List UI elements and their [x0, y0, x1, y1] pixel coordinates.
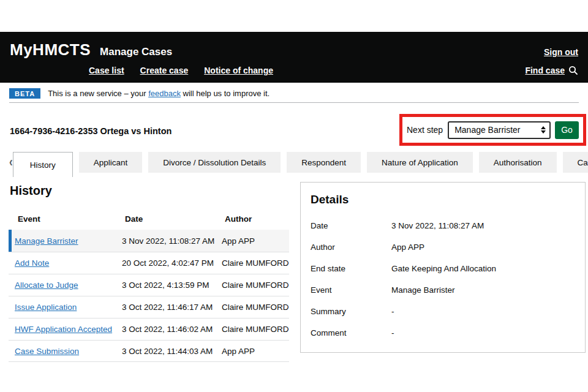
event-link[interactable]: HWF Application Accepted [15, 325, 112, 334]
tab-divorce-dissolution-details[interactable]: Divorce / Dissolution Details [148, 152, 281, 173]
details-row-summary: Summary - [311, 301, 575, 322]
next-step-selected-value: Manage Barrister [454, 125, 538, 135]
go-button[interactable]: Go [555, 121, 579, 139]
event-date: 3 Oct 2022, 11:44:03 AM [122, 347, 222, 356]
details-row-date: Date 3 Nov 2022, 11:08:27 AM [311, 215, 575, 236]
tab-case-documents[interactable]: Case documents [563, 152, 588, 173]
details-label: Comment [311, 328, 391, 337]
details-label: Event [311, 285, 391, 295]
event-date: 20 Oct 2022, 4:02:47 PM [122, 258, 222, 268]
column-header-event: Event [15, 214, 125, 224]
header-row-top: MyHMCTS Manage Cases Sign out [0, 32, 588, 59]
case-title: 1664-7936-4216-2353 Ortega vs Hinton [10, 126, 172, 136]
table-row[interactable]: HWF Application Accepted 3 Oct 2022, 11:… [9, 318, 289, 340]
event-link[interactable]: Add Note [15, 258, 49, 268]
column-header-date: Date [125, 214, 225, 224]
page: MyHMCTS Manage Cases Sign out Case list … [0, 0, 588, 392]
sign-out-link[interactable]: Sign out [544, 47, 578, 57]
beta-text: This is a new service – your feedback wi… [48, 89, 270, 98]
nav-case-list[interactable]: Case list [89, 66, 124, 75]
service-name: Manage Cases [100, 46, 172, 58]
next-step-label: Next step [407, 125, 443, 135]
tab-bar: ‹ History Applicant Divorce / Dissolutio… [9, 152, 588, 177]
event-author: App APP [222, 236, 289, 246]
table-row[interactable]: Manage Barrister 3 Nov 2022, 11:08:27 AM… [9, 230, 289, 252]
event-author: Claire MUMFORD [222, 281, 289, 290]
event-date: 3 Nov 2022, 11:08:27 AM [122, 236, 222, 246]
details-row-author: Author App APP [311, 236, 575, 258]
details-value: - [391, 307, 575, 316]
details-value: App APP [391, 243, 575, 252]
details-value: - [391, 328, 575, 337]
table-row[interactable]: Add Note 20 Oct 2022, 4:02:47 PM Claire … [9, 252, 289, 274]
feedback-link[interactable]: feedback [148, 89, 181, 98]
next-step-select[interactable]: Manage Barrister [448, 121, 551, 139]
find-case-link[interactable]: Find case [525, 66, 565, 75]
event-date: 3 Oct 2022, 11:46:17 AM [122, 303, 222, 312]
tab-authorisation[interactable]: Authorisation [479, 152, 557, 173]
history-table: Event Date Author Manage Barrister 3 Nov… [9, 211, 289, 362]
tab-history[interactable]: History [13, 152, 73, 177]
next-step-highlight-box: Next step Manage Barrister Go [399, 114, 586, 146]
event-date: 3 Oct 2022, 4:13:59 PM [122, 281, 222, 290]
history-table-header: Event Date Author [9, 211, 289, 230]
service-header: MyHMCTS Manage Cases Sign out Case list … [0, 32, 588, 83]
tab-applicant[interactable]: Applicant [79, 152, 143, 173]
event-author: App APP [222, 347, 289, 356]
details-row-end-state: End state Gate Keeping And Allocation [311, 258, 575, 279]
details-label: Date [311, 221, 391, 230]
select-spinner-icon [541, 126, 546, 134]
event-date: 3 Oct 2022, 11:46:02 AM [122, 325, 222, 334]
search-icon[interactable] [568, 65, 578, 76]
product-name: MyHMCTS [10, 40, 91, 59]
event-author: Claire MUMFORD [222, 258, 289, 268]
event-link[interactable]: Case Submission [15, 347, 79, 356]
details-panel: Details Date 3 Nov 2022, 11:08:27 AM Aut… [300, 182, 586, 353]
event-link[interactable]: Allocate to Judge [15, 281, 78, 290]
event-link[interactable]: Manage Barrister [15, 236, 78, 246]
tab-nature-of-application[interactable]: Nature of Application [367, 152, 473, 173]
details-label: Summary [311, 307, 391, 316]
event-author: Claire MUMFORD [222, 303, 289, 312]
details-heading: Details [311, 193, 575, 206]
beta-badge: BETA [9, 88, 40, 99]
details-label: Author [311, 243, 391, 252]
chevron-left-icon: ‹ [9, 154, 13, 170]
nav-notice-of-change[interactable]: Notice of change [204, 66, 273, 75]
table-row[interactable]: Case Submission 3 Oct 2022, 11:44:03 AM … [9, 340, 289, 362]
event-author: Claire MUMFORD [222, 325, 289, 334]
details-row-comment: Comment - [311, 322, 575, 344]
tab-respondent[interactable]: Respondent [287, 152, 361, 173]
nav-create-case[interactable]: Create case [140, 66, 189, 75]
details-row-event: Event Manage Barrister [311, 279, 575, 301]
header-row-nav: Case list Create case Notice of change F… [0, 59, 588, 76]
tabs-scroll-left-button[interactable]: ‹ [9, 152, 13, 173]
event-link[interactable]: Issue Application [15, 303, 77, 312]
details-label: End state [311, 264, 391, 273]
history-heading: History [10, 184, 52, 198]
details-value: 3 Nov 2022, 11:08:27 AM [391, 221, 575, 230]
column-header-author: Author [225, 214, 289, 224]
details-value: Gate Keeping And Allocation [391, 264, 575, 273]
table-row[interactable]: Issue Application 3 Oct 2022, 11:46:17 A… [9, 296, 289, 318]
details-value: Manage Barrister [391, 285, 575, 295]
table-row[interactable]: Allocate to Judge 3 Oct 2022, 4:13:59 PM… [9, 274, 289, 296]
beta-banner: BETA This is a new service – your feedba… [9, 85, 579, 103]
